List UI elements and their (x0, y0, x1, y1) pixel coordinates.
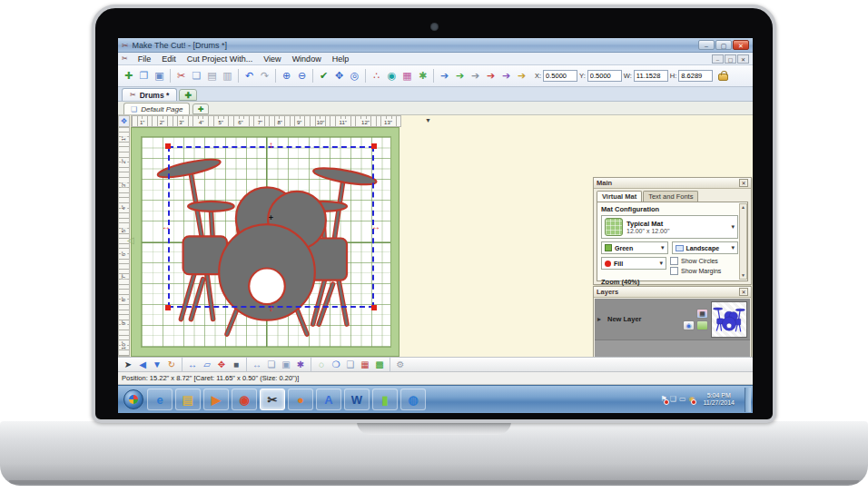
selection-handle-sw[interactable] (165, 305, 171, 310)
new-project-icon[interactable]: ✚ (121, 68, 136, 84)
menu-item-3[interactable]: View (258, 54, 286, 64)
window-titlebar[interactable]: ✂ Make The Cut! - [Drums *] –▢✕ (118, 38, 753, 53)
menu-item-0[interactable]: File (133, 54, 157, 64)
selection-handle-nw[interactable] (165, 143, 171, 149)
taskbar-firefox[interactable]: ● (288, 389, 313, 410)
taskbar-internet-explorer[interactable]: e (147, 389, 173, 410)
layers-panel-close-icon[interactable]: ✕ (739, 288, 748, 296)
taskbar-remote[interactable]: ▮ (372, 389, 398, 410)
layer-thumbnail[interactable] (711, 301, 747, 338)
virtual-mat[interactable]: ↕ ↕ ↔ ↔ + ◁ (131, 127, 399, 357)
selection-handle-se[interactable] (371, 305, 377, 310)
import-file-1-icon[interactable]: ➔ (437, 68, 452, 84)
main-panel-header[interactable]: Main ✕ (594, 178, 751, 189)
taskbar-paint[interactable]: A (316, 389, 341, 410)
flip-vertical-icon[interactable]: ▼ (150, 359, 164, 371)
mat-type-dropdown[interactable]: Typical Mat 12.00" x 12.00" ▾ (601, 215, 738, 239)
maximize-button[interactable]: ▢ (715, 40, 732, 50)
layer-expand-icon[interactable]: ▸ (597, 315, 605, 323)
apply-check-icon[interactable]: ✔ (316, 68, 331, 84)
select-tool-icon[interactable]: ➤ (121, 359, 135, 371)
selection-handle-n[interactable]: ↕ (269, 141, 273, 150)
y-field[interactable] (587, 70, 622, 82)
minimize-button[interactable]: – (698, 40, 715, 50)
shadow-icon[interactable]: ■ (229, 359, 243, 371)
lock-ratio-icon[interactable] (718, 74, 728, 81)
layer-cut-toggle-icon[interactable] (696, 320, 708, 330)
undo-icon[interactable]: ↶ (242, 68, 257, 84)
main-panel-scrollbar[interactable]: ▲ ▼ (739, 203, 747, 280)
x-field[interactable] (543, 70, 577, 82)
wrench-icon[interactable]: ⚙ (393, 359, 408, 371)
start-button[interactable] (123, 389, 143, 409)
selection-handle-w[interactable]: ↔ (162, 222, 171, 231)
layers-panel-header[interactable]: Layers ✕ (594, 287, 751, 298)
frame-tool-icon[interactable]: ▩ (372, 359, 387, 371)
taskbar-clock[interactable]: 5:04 PM 11/27/2014 (697, 392, 740, 407)
pan-move-icon[interactable]: ✥ (331, 68, 347, 84)
lasso-icon[interactable]: ❍ (329, 359, 343, 371)
intersect-icon[interactable]: ▣ (279, 359, 293, 371)
pattern-fill-icon[interactable]: ▦ (399, 68, 415, 84)
paste-in-place-icon[interactable]: ▥ (220, 68, 235, 84)
layer-visibility-eye-icon[interactable]: ◉ (683, 320, 695, 330)
selection-box[interactable]: ↕ ↕ ↔ ↔ + (168, 146, 374, 308)
taskbar-explorer[interactable]: ▤ (175, 389, 201, 410)
align-horizontal-icon[interactable]: ↔ (185, 359, 200, 371)
menu-item-1[interactable]: Edit (156, 54, 182, 64)
show-desktop-button[interactable] (745, 388, 751, 412)
ruler-corner-icon[interactable]: ✥ (118, 115, 130, 127)
tab-default-page[interactable]: ❏ Default Page (123, 103, 190, 114)
node-edit-icon[interactable]: ◌ (314, 359, 329, 371)
rotate-tool-icon[interactable]: ↻ (164, 359, 179, 371)
tab-drums[interactable]: ✂ Drums * (122, 88, 177, 101)
w-field[interactable] (634, 70, 668, 82)
tray-network-icon[interactable]: ▭ (679, 395, 686, 404)
shear-icon[interactable]: ▱ (200, 359, 214, 371)
layer-shape-icon[interactable]: ❑ (343, 359, 358, 371)
zoom-in-icon[interactable]: ⊕ (279, 68, 294, 84)
import-file-4-icon[interactable]: ➔ (483, 68, 498, 84)
distort-icon[interactable]: ✥ (214, 359, 229, 371)
copy-icon[interactable]: ❏ (189, 68, 204, 84)
selection-handle-e[interactable]: ↔ (371, 222, 380, 231)
main-panel-close-icon[interactable]: ✕ (739, 179, 748, 187)
zoom-out-icon[interactable]: ⊖ (294, 68, 310, 84)
selection-handle-ne[interactable] (371, 143, 377, 149)
splitter-arrow-icon[interactable]: ▼ (425, 117, 431, 123)
menu-item-2[interactable]: Cut Project With... (182, 54, 259, 64)
taskbar-word[interactable]: W (344, 389, 370, 410)
taskbar-media-player[interactable]: ▶ (203, 389, 229, 410)
close-button[interactable]: ✕ (733, 40, 749, 50)
add-page-button[interactable]: ✚ (192, 103, 209, 114)
selection-handle-s[interactable]: ↕ (269, 304, 273, 313)
tray-flag-icon[interactable]: ⚑ (661, 395, 667, 404)
mdi-restore-button[interactable]: ▢ (725, 54, 736, 64)
import-file-3-icon[interactable]: ➔ (468, 68, 483, 84)
taskbar-browser[interactable]: ◍ (400, 389, 426, 410)
mat-grid[interactable]: ↕ ↕ ↔ ↔ + (141, 136, 391, 348)
add-project-tab-button[interactable]: ✚ (179, 89, 197, 101)
cut-icon[interactable]: ✂ (173, 68, 189, 84)
mdi-close-button[interactable]: ✕ (737, 54, 749, 64)
taskbar-chrome[interactable]: ◉ (232, 389, 257, 410)
get-shapes-icon[interactable]: ◉ (384, 68, 399, 84)
tray-volume-icon[interactable]: ◉ (689, 395, 695, 404)
layer-color-icon[interactable]: ▦ (696, 309, 708, 319)
scroll-up-icon[interactable]: ▲ (741, 204, 745, 211)
flip-horizontal-icon[interactable]: ◀ (135, 359, 150, 371)
import-file-2-icon[interactable]: ➔ (452, 68, 468, 84)
mat-color-dropdown[interactable]: Green ▾ (601, 241, 668, 254)
selection-center-icon[interactable]: + (269, 213, 273, 222)
open-icon[interactable]: ❐ (136, 68, 152, 84)
save-icon[interactable]: ▣ (152, 68, 167, 84)
fill-dropdown[interactable]: Fill ▾ (601, 257, 666, 270)
shape-magic-icon[interactable]: ✱ (415, 68, 430, 84)
mdi-minimize-button[interactable]: – (712, 54, 724, 64)
import-file-5-icon[interactable]: ➔ (498, 68, 514, 84)
tab-text-and-fonts[interactable]: Text and Fonts (643, 191, 698, 202)
tab-virtual-mat[interactable]: Virtual Mat (597, 191, 642, 202)
layer-row[interactable]: ▸ New Layer ▦ ◉ (595, 299, 750, 340)
checkbox-1[interactable]: Show Margins (670, 267, 738, 275)
path-tools-icon[interactable]: ✱ (293, 359, 308, 371)
